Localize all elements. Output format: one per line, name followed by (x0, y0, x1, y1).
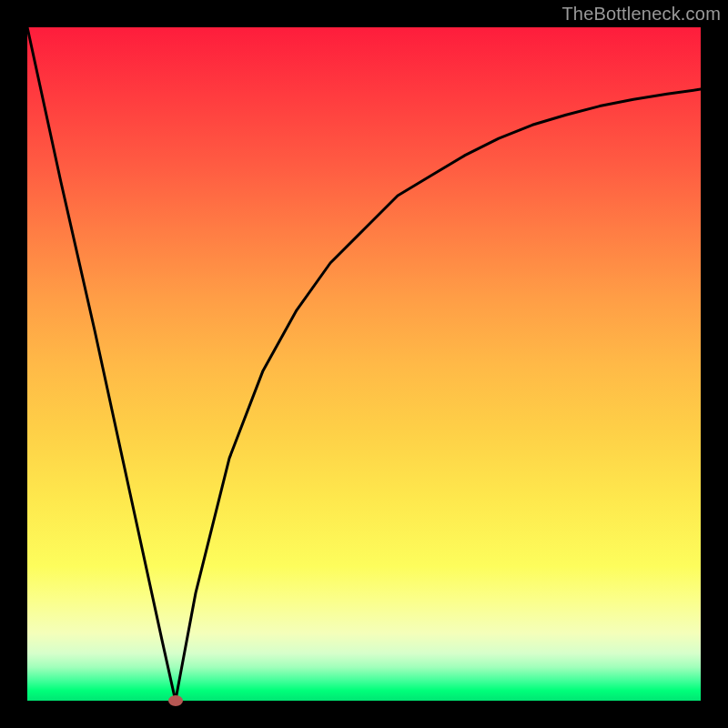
bottleneck-curve (27, 27, 701, 701)
chart-frame: TheBottleneck.com (0, 0, 728, 728)
plot-area (27, 27, 701, 701)
minimum-marker (168, 695, 183, 706)
curve-svg (27, 27, 701, 701)
watermark-text: TheBottleneck.com (561, 4, 721, 25)
